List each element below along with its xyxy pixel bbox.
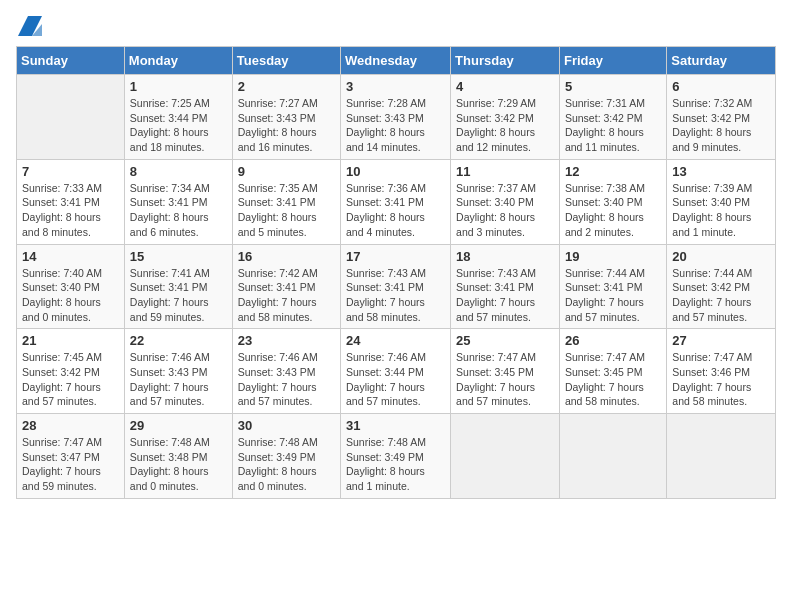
day-number: 17 <box>346 249 445 264</box>
day-info: Sunrise: 7:48 AM Sunset: 3:48 PM Dayligh… <box>130 435 227 494</box>
day-info: Sunrise: 7:28 AM Sunset: 3:43 PM Dayligh… <box>346 96 445 155</box>
calendar-cell: 12Sunrise: 7:38 AM Sunset: 3:40 PM Dayli… <box>559 159 666 244</box>
day-info: Sunrise: 7:37 AM Sunset: 3:40 PM Dayligh… <box>456 181 554 240</box>
calendar-cell: 29Sunrise: 7:48 AM Sunset: 3:48 PM Dayli… <box>124 414 232 499</box>
day-info: Sunrise: 7:29 AM Sunset: 3:42 PM Dayligh… <box>456 96 554 155</box>
day-info: Sunrise: 7:38 AM Sunset: 3:40 PM Dayligh… <box>565 181 661 240</box>
day-number: 16 <box>238 249 335 264</box>
calendar-week-row: 7Sunrise: 7:33 AM Sunset: 3:41 PM Daylig… <box>17 159 776 244</box>
calendar-cell: 15Sunrise: 7:41 AM Sunset: 3:41 PM Dayli… <box>124 244 232 329</box>
calendar-cell <box>17 75 125 160</box>
day-info: Sunrise: 7:46 AM Sunset: 3:44 PM Dayligh… <box>346 350 445 409</box>
day-number: 29 <box>130 418 227 433</box>
day-number: 7 <box>22 164 119 179</box>
calendar-body: 1Sunrise: 7:25 AM Sunset: 3:44 PM Daylig… <box>17 75 776 499</box>
day-info: Sunrise: 7:47 AM Sunset: 3:45 PM Dayligh… <box>456 350 554 409</box>
day-number: 20 <box>672 249 770 264</box>
day-number: 13 <box>672 164 770 179</box>
calendar-cell: 22Sunrise: 7:46 AM Sunset: 3:43 PM Dayli… <box>124 329 232 414</box>
day-number: 12 <box>565 164 661 179</box>
calendar-cell: 6Sunrise: 7:32 AM Sunset: 3:42 PM Daylig… <box>667 75 776 160</box>
day-info: Sunrise: 7:47 AM Sunset: 3:46 PM Dayligh… <box>672 350 770 409</box>
calendar-cell: 20Sunrise: 7:44 AM Sunset: 3:42 PM Dayli… <box>667 244 776 329</box>
day-info: Sunrise: 7:48 AM Sunset: 3:49 PM Dayligh… <box>346 435 445 494</box>
day-number: 18 <box>456 249 554 264</box>
day-info: Sunrise: 7:47 AM Sunset: 3:47 PM Dayligh… <box>22 435 119 494</box>
calendar-cell: 30Sunrise: 7:48 AM Sunset: 3:49 PM Dayli… <box>232 414 340 499</box>
calendar-cell: 1Sunrise: 7:25 AM Sunset: 3:44 PM Daylig… <box>124 75 232 160</box>
day-number: 22 <box>130 333 227 348</box>
day-number: 23 <box>238 333 335 348</box>
calendar-cell: 10Sunrise: 7:36 AM Sunset: 3:41 PM Dayli… <box>341 159 451 244</box>
day-number: 14 <box>22 249 119 264</box>
logo <box>16 16 42 36</box>
header-day-wednesday: Wednesday <box>341 47 451 75</box>
day-number: 21 <box>22 333 119 348</box>
day-info: Sunrise: 7:27 AM Sunset: 3:43 PM Dayligh… <box>238 96 335 155</box>
day-info: Sunrise: 7:31 AM Sunset: 3:42 PM Dayligh… <box>565 96 661 155</box>
day-info: Sunrise: 7:43 AM Sunset: 3:41 PM Dayligh… <box>346 266 445 325</box>
day-info: Sunrise: 7:33 AM Sunset: 3:41 PM Dayligh… <box>22 181 119 240</box>
day-number: 26 <box>565 333 661 348</box>
calendar-cell: 31Sunrise: 7:48 AM Sunset: 3:49 PM Dayli… <box>341 414 451 499</box>
day-info: Sunrise: 7:45 AM Sunset: 3:42 PM Dayligh… <box>22 350 119 409</box>
header-day-tuesday: Tuesday <box>232 47 340 75</box>
header-day-sunday: Sunday <box>17 47 125 75</box>
day-number: 4 <box>456 79 554 94</box>
day-info: Sunrise: 7:32 AM Sunset: 3:42 PM Dayligh… <box>672 96 770 155</box>
day-info: Sunrise: 7:44 AM Sunset: 3:42 PM Dayligh… <box>672 266 770 325</box>
calendar-cell: 18Sunrise: 7:43 AM Sunset: 3:41 PM Dayli… <box>451 244 560 329</box>
day-number: 19 <box>565 249 661 264</box>
calendar-week-row: 28Sunrise: 7:47 AM Sunset: 3:47 PM Dayli… <box>17 414 776 499</box>
day-info: Sunrise: 7:44 AM Sunset: 3:41 PM Dayligh… <box>565 266 661 325</box>
day-number: 27 <box>672 333 770 348</box>
calendar-cell: 14Sunrise: 7:40 AM Sunset: 3:40 PM Dayli… <box>17 244 125 329</box>
calendar-cell: 4Sunrise: 7:29 AM Sunset: 3:42 PM Daylig… <box>451 75 560 160</box>
header-day-monday: Monday <box>124 47 232 75</box>
calendar-cell: 24Sunrise: 7:46 AM Sunset: 3:44 PM Dayli… <box>341 329 451 414</box>
calendar-cell: 7Sunrise: 7:33 AM Sunset: 3:41 PM Daylig… <box>17 159 125 244</box>
calendar-week-row: 14Sunrise: 7:40 AM Sunset: 3:40 PM Dayli… <box>17 244 776 329</box>
day-number: 5 <box>565 79 661 94</box>
calendar-cell: 17Sunrise: 7:43 AM Sunset: 3:41 PM Dayli… <box>341 244 451 329</box>
calendar-cell: 16Sunrise: 7:42 AM Sunset: 3:41 PM Dayli… <box>232 244 340 329</box>
calendar-cell <box>451 414 560 499</box>
day-number: 2 <box>238 79 335 94</box>
day-number: 15 <box>130 249 227 264</box>
day-info: Sunrise: 7:47 AM Sunset: 3:45 PM Dayligh… <box>565 350 661 409</box>
day-info: Sunrise: 7:46 AM Sunset: 3:43 PM Dayligh… <box>130 350 227 409</box>
calendar-table: SundayMondayTuesdayWednesdayThursdayFrid… <box>16 46 776 499</box>
calendar-cell: 19Sunrise: 7:44 AM Sunset: 3:41 PM Dayli… <box>559 244 666 329</box>
day-number: 28 <box>22 418 119 433</box>
calendar-cell: 2Sunrise: 7:27 AM Sunset: 3:43 PM Daylig… <box>232 75 340 160</box>
day-info: Sunrise: 7:39 AM Sunset: 3:40 PM Dayligh… <box>672 181 770 240</box>
header-day-saturday: Saturday <box>667 47 776 75</box>
day-info: Sunrise: 7:48 AM Sunset: 3:49 PM Dayligh… <box>238 435 335 494</box>
day-info: Sunrise: 7:35 AM Sunset: 3:41 PM Dayligh… <box>238 181 335 240</box>
day-number: 24 <box>346 333 445 348</box>
calendar-cell: 21Sunrise: 7:45 AM Sunset: 3:42 PM Dayli… <box>17 329 125 414</box>
day-info: Sunrise: 7:41 AM Sunset: 3:41 PM Dayligh… <box>130 266 227 325</box>
calendar-cell: 13Sunrise: 7:39 AM Sunset: 3:40 PM Dayli… <box>667 159 776 244</box>
day-number: 3 <box>346 79 445 94</box>
day-number: 31 <box>346 418 445 433</box>
day-number: 1 <box>130 79 227 94</box>
calendar-header-row: SundayMondayTuesdayWednesdayThursdayFrid… <box>17 47 776 75</box>
day-info: Sunrise: 7:40 AM Sunset: 3:40 PM Dayligh… <box>22 266 119 325</box>
day-info: Sunrise: 7:42 AM Sunset: 3:41 PM Dayligh… <box>238 266 335 325</box>
day-number: 10 <box>346 164 445 179</box>
header <box>16 16 776 36</box>
calendar-cell: 26Sunrise: 7:47 AM Sunset: 3:45 PM Dayli… <box>559 329 666 414</box>
day-number: 11 <box>456 164 554 179</box>
calendar-cell: 5Sunrise: 7:31 AM Sunset: 3:42 PM Daylig… <box>559 75 666 160</box>
day-number: 25 <box>456 333 554 348</box>
day-info: Sunrise: 7:43 AM Sunset: 3:41 PM Dayligh… <box>456 266 554 325</box>
logo-icon <box>18 16 42 36</box>
calendar-week-row: 21Sunrise: 7:45 AM Sunset: 3:42 PM Dayli… <box>17 329 776 414</box>
calendar-cell: 27Sunrise: 7:47 AM Sunset: 3:46 PM Dayli… <box>667 329 776 414</box>
header-day-friday: Friday <box>559 47 666 75</box>
day-info: Sunrise: 7:34 AM Sunset: 3:41 PM Dayligh… <box>130 181 227 240</box>
calendar-cell: 28Sunrise: 7:47 AM Sunset: 3:47 PM Dayli… <box>17 414 125 499</box>
calendar-week-row: 1Sunrise: 7:25 AM Sunset: 3:44 PM Daylig… <box>17 75 776 160</box>
day-info: Sunrise: 7:25 AM Sunset: 3:44 PM Dayligh… <box>130 96 227 155</box>
